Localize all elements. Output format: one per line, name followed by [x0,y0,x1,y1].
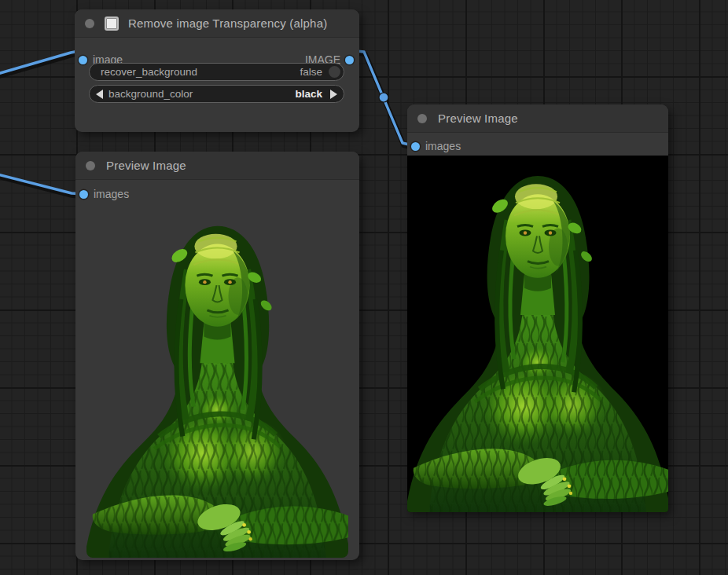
node-preview-image-right[interactable]: Preview Image images [407,104,668,512]
widget-label: recover_background [101,66,300,78]
preview-image-black-bg [407,156,668,512]
toggle-knob-icon[interactable] [329,66,340,78]
widget-value: false [300,66,322,78]
node-box-icon [105,16,119,31]
combo-right-arrow-icon[interactable] [330,90,337,99]
widget-background-color[interactable]: background_color black [89,85,344,103]
link-midpoint-dot[interactable] [379,93,388,102]
node-title-bar[interactable]: Remove image Transparency (alpha) [75,9,359,38]
widget-label: background_color [108,88,295,100]
input-slot-icon[interactable] [79,190,88,199]
collapse-dot-icon[interactable] [417,114,427,123]
node-title: Preview Image [438,112,518,125]
preview-image-transparent [86,206,348,558]
input-slot-icon[interactable] [411,142,420,151]
widget-recover-background[interactable]: recover_background false [89,63,344,81]
node-remove-image-transparency[interactable]: Remove image Transparency (alpha) image … [75,9,359,132]
node-preview-image-left[interactable]: Preview Image images [75,152,359,560]
widget-value: black [295,88,322,100]
collapse-dot-icon[interactable] [86,161,95,170]
node-title: Remove image Transparency (alpha) [128,16,327,30]
node-title-bar[interactable]: Preview Image [407,104,668,133]
combo-left-arrow-icon[interactable] [96,90,103,99]
node-title-bar[interactable]: Preview Image [75,152,359,180]
slot-row: images [407,137,668,156]
link-wire-to-image-input[interactable] [0,50,83,74]
link-wire-to-left-preview[interactable] [0,174,83,194]
slot-row: images [75,185,359,203]
input-slot-icon[interactable] [79,56,87,64]
collapse-dot-icon[interactable] [85,19,94,28]
input-slot-label: images [94,188,129,200]
node-title: Preview Image [106,159,186,172]
input-slot-label: images [425,140,461,152]
output-slot-icon[interactable] [345,56,354,64]
